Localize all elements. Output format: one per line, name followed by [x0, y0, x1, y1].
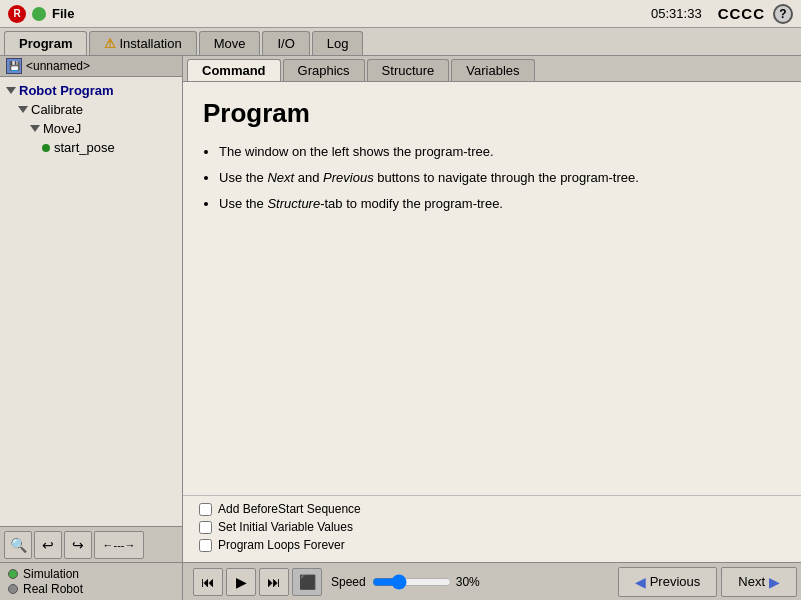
app-logo: R	[8, 5, 26, 23]
tab-io[interactable]: I/O	[262, 31, 309, 55]
page-title: Program	[203, 98, 781, 129]
tree-label-start-pose: start_pose	[54, 140, 115, 155]
nav-buttons: ◀ Previous Next ▶	[614, 563, 801, 600]
expand-icon	[6, 87, 16, 94]
tree-label-calibrate: Calibrate	[31, 102, 83, 117]
simulation-label: Simulation	[23, 567, 79, 581]
tree-item-start-pose[interactable]: start_pose	[4, 138, 178, 157]
checkbox-row-loops-forever: Program Loops Forever	[199, 538, 785, 552]
status-dot	[32, 7, 46, 21]
simulation-status-dot	[8, 569, 18, 579]
next-button[interactable]: Next ▶	[721, 567, 797, 597]
tree-item-calibrate[interactable]: Calibrate	[4, 100, 178, 119]
real-robot-row: Real Robot	[8, 582, 182, 596]
speed-slider[interactable]	[372, 574, 452, 590]
tree-label-robot-program: Robot Program	[19, 83, 114, 98]
titlebar: R File 05:31:33 CCCC ?	[0, 0, 801, 28]
checkbox-initial-vars[interactable]	[199, 521, 212, 534]
navigate-button[interactable]: ←---→	[94, 531, 144, 559]
previous-button[interactable]: ◀ Previous	[618, 567, 718, 597]
skip-forward-button[interactable]: ⏭	[259, 568, 289, 596]
tab-program[interactable]: Program	[4, 31, 87, 55]
expand-icon-movej	[30, 125, 40, 132]
simulation-row: Simulation	[8, 567, 182, 581]
tree-label-movej: MoveJ	[43, 121, 81, 136]
expand-icon-calibrate	[18, 106, 28, 113]
checkboxes-area: Add BeforeStart Sequence Set Initial Var…	[183, 495, 801, 562]
checkbox-row-initial-vars: Set Initial Variable Values	[199, 520, 785, 534]
help-button[interactable]: ?	[773, 4, 793, 24]
play-button[interactable]: ▶	[226, 568, 256, 596]
sub-tabs: Command Graphics Structure Variables	[183, 56, 801, 82]
simulation-area: Simulation Real Robot	[0, 563, 183, 600]
program-tree: Robot Program Calibrate MoveJ	[0, 77, 182, 526]
main-tabs: Program ⚠Installation Move I/O Log	[0, 28, 801, 56]
save-icon: 💾	[6, 58, 22, 74]
checkbox-loops-forever-label: Program Loops Forever	[218, 538, 345, 552]
checkbox-row-before-start: Add BeforeStart Sequence	[199, 502, 785, 516]
checkbox-before-start[interactable]	[199, 503, 212, 516]
playback-area: ⏮ ▶ ⏭ ⬛ Speed 30%	[183, 563, 614, 600]
speed-label: Speed	[331, 575, 366, 589]
warning-icon: ⚠	[104, 36, 116, 51]
checkbox-loops-forever[interactable]	[199, 539, 212, 552]
tab-command[interactable]: Command	[187, 59, 281, 81]
next-arrow-icon: ▶	[769, 574, 780, 590]
checkbox-initial-vars-label: Set Initial Variable Values	[218, 520, 353, 534]
stop-button[interactable]: ⬛	[292, 568, 322, 596]
leaf-icon-start-pose	[42, 144, 50, 152]
tab-log[interactable]: Log	[312, 31, 364, 55]
bullet-2: Use the Next and Previous buttons to nav…	[219, 167, 781, 189]
tree-item-root[interactable]: Robot Program	[4, 81, 178, 100]
right-panel: Command Graphics Structure Variables Pro…	[183, 56, 801, 562]
tab-variables[interactable]: Variables	[451, 59, 534, 81]
checkbox-before-start-label: Add BeforeStart Sequence	[218, 502, 361, 516]
search-button[interactable]: 🔍	[4, 531, 32, 559]
bullet-1: The window on the left shows the program…	[219, 141, 781, 163]
content-list: The window on the left shows the program…	[219, 141, 781, 215]
tab-structure[interactable]: Structure	[367, 59, 450, 81]
file-label: File	[52, 6, 651, 21]
tree-item-movej[interactable]: MoveJ	[4, 119, 178, 138]
redo-button[interactable]: ↪	[64, 531, 92, 559]
connection-status: CCCC	[718, 5, 765, 22]
skip-back-button[interactable]: ⏮	[193, 568, 223, 596]
left-panel: 💾 <unnamed> Robot Program Calibrate	[0, 56, 183, 562]
real-robot-label: Real Robot	[23, 582, 83, 596]
clock: 05:31:33	[651, 6, 702, 21]
tab-graphics[interactable]: Graphics	[283, 59, 365, 81]
left-toolbar: 🔍 ↩ ↪ ←---→	[0, 526, 182, 562]
bullet-3: Use the Structure-tab to modify the prog…	[219, 193, 781, 215]
bottom-bar: Simulation Real Robot ⏮ ▶ ⏭ ⬛ Speed 30% …	[0, 562, 801, 600]
undo-button[interactable]: ↩	[34, 531, 62, 559]
left-panel-header: 💾 <unnamed>	[0, 56, 182, 77]
real-robot-status-dot	[8, 584, 18, 594]
tab-installation[interactable]: ⚠Installation	[89, 31, 196, 55]
main-content-area: Program The window on the left shows the…	[183, 82, 801, 495]
file-name: <unnamed>	[26, 59, 90, 73]
previous-arrow-icon: ◀	[635, 574, 646, 590]
tab-move[interactable]: Move	[199, 31, 261, 55]
speed-percentage: 30%	[456, 575, 480, 589]
